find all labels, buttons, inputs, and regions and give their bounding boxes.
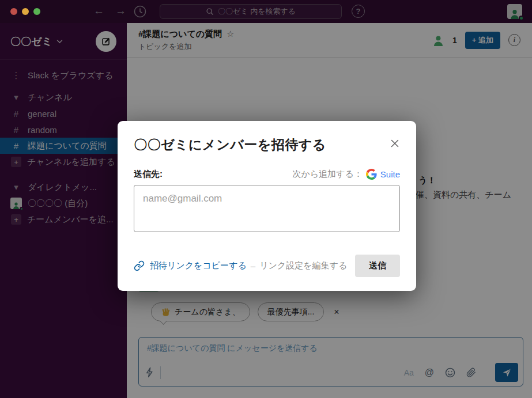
- window-controls: [10, 8, 40, 15]
- zoom-window-button[interactable]: [33, 8, 40, 15]
- recipient-row: 送信先: 次から追加する： Suite: [134, 169, 400, 180]
- modal-title: 〇〇ゼミにメンバーを招待する: [134, 136, 400, 154]
- add-from-gsuite[interactable]: 次から追加する： Suite: [292, 169, 400, 180]
- gsuite-label: Suite: [380, 169, 400, 179]
- invite-members-modal: 〇〇ゼミにメンバーを招待する 送信先: 次から追加する： Suite 招待リンク…: [118, 121, 416, 291]
- to-label: 送信先:: [134, 169, 163, 180]
- copy-link-label: 招待リンクをコピーする: [150, 260, 247, 271]
- dash-separator: –: [251, 261, 255, 271]
- minimize-window-button[interactable]: [22, 8, 29, 15]
- close-icon: [390, 138, 400, 149]
- copy-invite-link-button[interactable]: 招待リンクをコピーする: [134, 260, 247, 271]
- send-invite-button[interactable]: 送信: [355, 255, 400, 277]
- invite-email-input[interactable]: [134, 185, 400, 232]
- edit-link-settings-button[interactable]: リンク設定を編集する: [259, 260, 347, 271]
- close-modal-button[interactable]: [390, 138, 401, 150]
- close-window-button[interactable]: [10, 8, 17, 15]
- add-from-label: 次から追加する：: [292, 169, 362, 180]
- modal-footer: 招待リンクをコピーする – リンク設定を編集する 送信: [134, 255, 400, 277]
- link-icon: [134, 260, 145, 271]
- slack-window: ← → 〇〇ゼミ 内を検索する ? 〇〇ゼミ: [0, 0, 532, 398]
- google-logo-icon: [366, 169, 377, 180]
